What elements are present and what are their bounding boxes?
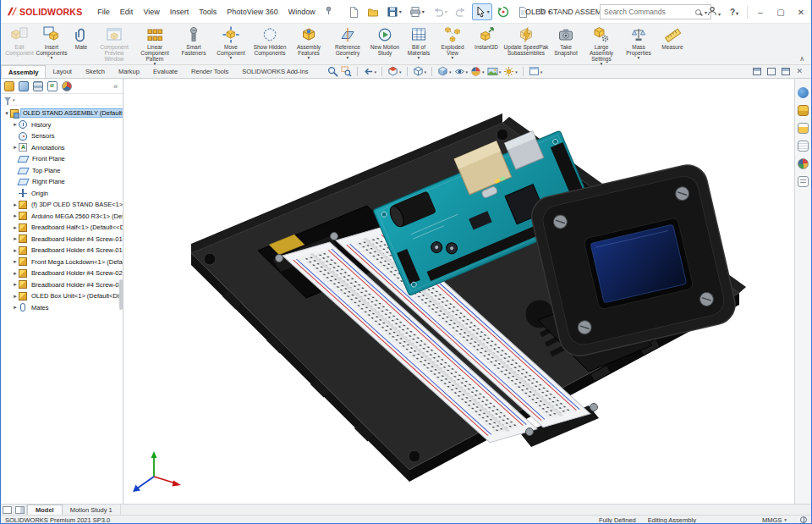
view-settings-icon[interactable] bbox=[503, 66, 518, 77]
expand-arrow-icon[interactable] bbox=[12, 235, 19, 242]
tree-item-mates[interactable]: Mates bbox=[1, 302, 123, 314]
tab-evaluate[interactable]: Evaluate bbox=[146, 65, 184, 78]
tree-item-root[interactable]: OLED STAND ASSEMBLY (Default<Dis bbox=[1, 108, 123, 119]
appearances-icon[interactable] bbox=[798, 158, 809, 169]
tree-item-holder-screw-01a[interactable]: Breadboard Holder #4 Screw-01<... bbox=[1, 234, 123, 245]
ribbon-smart-fasteners[interactable]: Smart Fasteners bbox=[175, 25, 212, 64]
minimize-button[interactable]: – bbox=[750, 8, 771, 17]
ribbon-show-hidden-components[interactable]: Show Hidden Components bbox=[250, 25, 290, 64]
maximize-button[interactable]: ▢ bbox=[771, 8, 791, 17]
expand-arrow-icon[interactable] bbox=[12, 212, 19, 219]
tree-item-history[interactable]: History bbox=[1, 119, 123, 131]
display-style-icon[interactable] bbox=[437, 66, 452, 77]
search-commands-box[interactable] bbox=[600, 4, 711, 19]
ribbon-edit-component[interactable]: Edit Component bbox=[4, 25, 35, 64]
ribbon-assembly-features[interactable]: Assembly Features bbox=[290, 25, 327, 64]
custom-properties-icon[interactable] bbox=[798, 176, 809, 187]
zoom-to-fit-icon[interactable] bbox=[327, 66, 338, 77]
tree-item-right-plane[interactable]: Right Plane bbox=[1, 176, 123, 188]
file-explorer-icon[interactable] bbox=[798, 123, 809, 134]
graphics-area[interactable] bbox=[123, 79, 796, 504]
featuremanager-tab-icon[interactable] bbox=[4, 81, 14, 91]
ribbon-linear-component-pattern[interactable]: Linear Component Pattern bbox=[134, 25, 175, 64]
expand-arrow-icon[interactable] bbox=[12, 121, 19, 128]
view-palette-icon[interactable] bbox=[798, 141, 809, 152]
ribbon-component-preview-window[interactable]: Component Preview Window bbox=[94, 25, 134, 64]
ribbon-mate[interactable]: Mate bbox=[69, 25, 94, 64]
status-globe-icon[interactable] bbox=[800, 516, 807, 523]
configurationmanager-tab-icon[interactable] bbox=[33, 81, 43, 91]
units-selector[interactable]: MMGS bbox=[762, 516, 782, 524]
tree-item-front-mega-lockdown[interactable]: Front Mega Lockdown<1> (Defau... bbox=[1, 256, 123, 268]
expand-arrow-icon[interactable] bbox=[12, 281, 19, 288]
tree-scrollbar-thumb[interactable] bbox=[119, 279, 123, 310]
hide-show-items-icon[interactable] bbox=[454, 66, 469, 77]
ribbon-reference-geometry[interactable]: Reference Geometry bbox=[327, 25, 368, 64]
tab-render-tools[interactable]: Render Tools bbox=[184, 65, 235, 78]
ribbon-instant3d[interactable]: Instant3D bbox=[469, 25, 503, 64]
menu-insert[interactable]: Insert bbox=[165, 5, 195, 19]
select-tool-button[interactable] bbox=[472, 3, 492, 20]
expand-arrow-icon[interactable] bbox=[12, 304, 19, 311]
help-button[interactable]: ? bbox=[724, 8, 744, 17]
propertymanager-tab-icon[interactable] bbox=[19, 81, 29, 91]
viewport-split-icon[interactable] bbox=[753, 68, 761, 75]
close-button[interactable]: ✕ bbox=[791, 8, 811, 17]
ribbon-take-snapshot[interactable]: Take Snapshot bbox=[549, 25, 583, 64]
tab-sketch[interactable]: Sketch bbox=[79, 65, 112, 78]
tree-item-base[interactable]: (f) 3DP OLED STAND BASE<1> (D... bbox=[1, 199, 123, 211]
tab-solidworks-add-ins[interactable]: SOLIDWORKS Add-Ins bbox=[235, 65, 315, 78]
expand-arrow-icon[interactable] bbox=[12, 144, 19, 151]
tree-item-holder-screw-01b[interactable]: Breadboard Holder #4 Screw-01<... bbox=[1, 245, 123, 256]
ribbon-measure[interactable]: Measure bbox=[657, 25, 688, 64]
tab-split-icon[interactable] bbox=[15, 506, 25, 514]
menu-file[interactable]: File bbox=[92, 5, 115, 19]
menu-edit[interactable]: Edit bbox=[115, 5, 139, 19]
expand-arrow-icon[interactable] bbox=[12, 293, 19, 300]
displaymanager-tab-icon[interactable] bbox=[62, 81, 72, 91]
viewport-restore-icon[interactable] bbox=[767, 68, 776, 75]
tree-item-breadboard-half[interactable]: Breadboard Half<1> (Default<<D... bbox=[1, 222, 123, 234]
panel-overflow-icon[interactable]: » bbox=[113, 82, 119, 91]
expand-arrow-icon[interactable] bbox=[3, 110, 10, 117]
sign-in-icon[interactable] bbox=[704, 6, 724, 18]
tab-model[interactable]: Model bbox=[27, 505, 63, 515]
rebuild-button[interactable] bbox=[495, 3, 512, 20]
menu-tools[interactable]: Tools bbox=[194, 5, 222, 19]
undo-button[interactable] bbox=[430, 3, 450, 20]
menu-photoview-360[interactable]: PhotoView 360 bbox=[222, 5, 283, 19]
collapse-ribbon-icon[interactable]: ∧ bbox=[799, 55, 804, 63]
apply-scene-icon[interactable] bbox=[487, 66, 502, 77]
viewport-close-icon[interactable]: ✕ bbox=[796, 68, 803, 75]
section-view-icon[interactable] bbox=[387, 66, 402, 77]
tab-assembly[interactable]: Assembly bbox=[1, 65, 46, 78]
units-dropdown-icon[interactable]: ▾ bbox=[784, 517, 787, 522]
preview-window-icon[interactable] bbox=[529, 66, 543, 77]
save-button[interactable] bbox=[384, 3, 404, 20]
ribbon-insert-components[interactable]: Insert Components bbox=[35, 25, 69, 64]
tree-item-annotations[interactable]: Annotations bbox=[1, 142, 123, 154]
ribbon-new-motion-study[interactable]: New Motion Study bbox=[368, 25, 402, 64]
menu-view[interactable]: View bbox=[138, 5, 164, 19]
dimxpertmanager-tab-icon[interactable] bbox=[47, 81, 58, 91]
print-button[interactable] bbox=[407, 3, 427, 20]
solidworks-resources-icon[interactable] bbox=[798, 87, 809, 98]
pin-menu-icon[interactable] bbox=[324, 6, 333, 17]
search-input[interactable] bbox=[604, 8, 693, 16]
expand-arrow-icon[interactable] bbox=[12, 224, 19, 231]
new-document-button[interactable] bbox=[345, 3, 362, 20]
tree-filter-bar[interactable]: ▾ bbox=[1, 94, 123, 106]
tree-item-sensors[interactable]: Sensors bbox=[1, 130, 123, 142]
ribbon-large-assembly-settings[interactable]: Large Assembly Settings bbox=[583, 25, 620, 64]
tree-item-holder-screw-02b[interactable]: Breadboard Holder #4 Screw-02<... bbox=[1, 279, 123, 291]
ribbon-exploded-view[interactable]: Exploded View bbox=[436, 25, 469, 64]
view-orientation-icon[interactable] bbox=[413, 66, 427, 77]
expand-arrow-icon[interactable] bbox=[12, 201, 19, 208]
zoom-to-area-icon[interactable] bbox=[341, 66, 352, 77]
menu-window[interactable]: Window bbox=[283, 5, 321, 19]
tab-layout[interactable]: Layout bbox=[46, 65, 79, 78]
ribbon-bill-of-materials[interactable]: Bill of Materials bbox=[402, 25, 436, 64]
filter-dropdown-icon[interactable]: ▾ bbox=[13, 97, 15, 102]
viewport-new-window-icon[interactable] bbox=[782, 68, 790, 75]
tree-item-top-plane[interactable]: Top Plane bbox=[1, 165, 123, 177]
